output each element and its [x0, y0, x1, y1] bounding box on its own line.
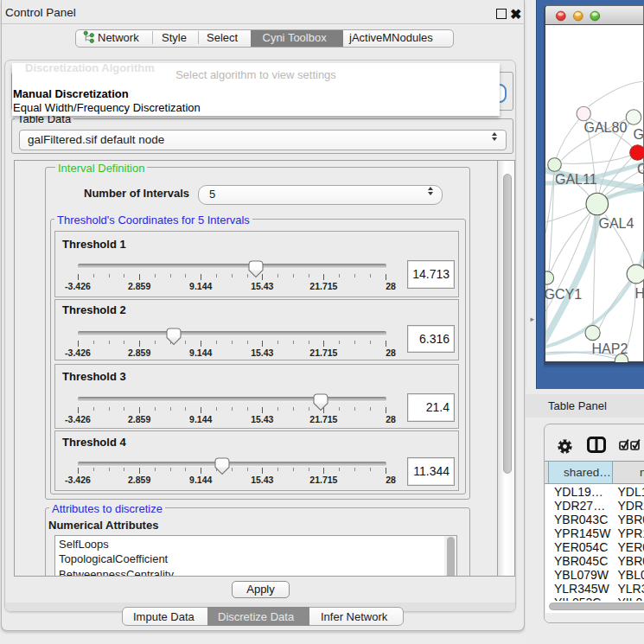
svg-text:GCY1: GCY1 — [545, 287, 582, 302]
svg-text:C: C — [637, 162, 644, 176]
svg-text:HAP2: HAP2 — [592, 341, 628, 356]
svg-text:H: H — [635, 286, 644, 301]
svg-text:GA: GA — [634, 127, 644, 142]
svg-text:GAL80: GAL80 — [584, 120, 628, 135]
svg-text:GAL11: GAL11 — [555, 172, 597, 187]
svg-text:GAL4: GAL4 — [599, 216, 634, 231]
